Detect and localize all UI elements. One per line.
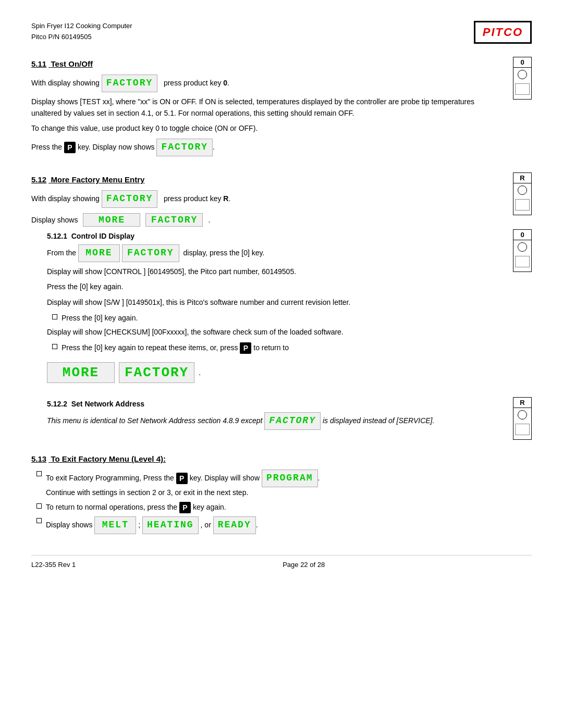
key-box-0-2: 0 <box>513 229 532 272</box>
s5121-bullet1: Press the [0] key again. <box>52 313 503 324</box>
bullet-sq-5 <box>36 518 42 523</box>
pitco-logo: PITCO <box>474 21 532 44</box>
s511-p4: Press the P key. Display now shows FACTO… <box>31 139 503 156</box>
key-circle-0-2 <box>518 242 527 252</box>
s512-p1: With display showing FACTORY press produ… <box>31 190 503 208</box>
bullet-sq-4 <box>36 503 42 509</box>
bullet-sq-3 <box>36 471 42 476</box>
section-512-title: 5.12 More Factory Menu Entry <box>31 175 503 184</box>
lcd-factory-2: FACTORY <box>156 139 213 156</box>
key-circle-r2 <box>518 410 527 419</box>
lcd-program: PROGRAM <box>262 470 318 487</box>
key-circle <box>518 70 527 79</box>
section-5121: 5.12.1 Control ID Display From the MORE … <box>47 232 532 392</box>
s5121-p5: Display will show [CHECKSUM] [00Fxxxxx],… <box>47 327 503 338</box>
key-rect-r2 <box>515 424 530 435</box>
key-rect <box>515 83 530 95</box>
s5121-p4: Display will show [S/W ] [0149501x], thi… <box>47 297 503 309</box>
s5122-p1: This menu is identical to Set Network Ad… <box>47 412 503 430</box>
p-key-2: P <box>240 342 251 354</box>
section-513-title: 5.13 To Exit Factory Menu (Level 4): <box>31 454 532 463</box>
s5121-p3: Press the [0] key again. <box>47 281 503 293</box>
s5121-bullet2: Press the [0] key again to repeat these … <box>52 342 503 354</box>
lcd-factory-1: FACTORY <box>102 75 158 92</box>
lcd-factory-large: FACTORY <box>119 362 194 383</box>
header-line1: Spin Fryer I12 Cooking Computer <box>31 21 132 32</box>
section-5122-title: 5.12.2 Set Network Address <box>47 400 503 408</box>
page-footer: L22-355 Rev 1 Page 22 of 28 <box>31 555 532 569</box>
s511-p3: To change this value, use product key 0 … <box>31 123 503 134</box>
page-header: Spin Fryer I12 Cooking Computer Pitco P/… <box>31 21 532 44</box>
p-key-3: P <box>176 473 188 484</box>
lcd-ready: READY <box>213 516 256 534</box>
s511-p2: Display shows [TEST xx], where "xx" is O… <box>31 96 503 119</box>
s5121-p2: Display will show [CONTROL ] [60149505],… <box>47 266 503 278</box>
section-511: 5.11 Test On/Off With display showing FA… <box>31 59 532 161</box>
lcd-more-large: MORE <box>47 362 115 383</box>
p-key-1: P <box>64 142 76 153</box>
lcd-factory-5: FACTORY <box>122 244 179 262</box>
key-rect-0-2 <box>515 256 530 267</box>
bullet-sq-2 <box>52 344 57 349</box>
key-box-r-1: R <box>513 172 532 215</box>
section-513: 5.13 To Exit Factory Menu (Level 4): To … <box>31 454 532 534</box>
s511-p1: With display showing FACTORY press produ… <box>31 75 503 92</box>
key-box-0: 0 <box>513 57 532 100</box>
key-label-r-1: R <box>513 173 531 183</box>
section-512: 5.12 More Factory Menu Entry With displa… <box>31 175 532 440</box>
lcd-factory-3: FACTORY <box>102 190 158 208</box>
lcd-factory-6: FACTORY <box>264 412 321 430</box>
section-5122: 5.12.2 Set Network Address This menu is … <box>47 400 532 440</box>
lcd-melt: MELT <box>94 516 136 534</box>
lcd-more-2: MORE <box>78 244 120 262</box>
logo-text: PITCO <box>483 26 523 39</box>
s513-bullet3: Display shows MELT ; HEATING , or READY. <box>36 516 532 534</box>
section-511-title: 5.11 Test On/Off <box>31 59 503 68</box>
key-circle-r1 <box>518 186 527 195</box>
header-text: Spin Fryer I12 Cooking Computer Pitco P/… <box>31 21 132 43</box>
footer-left: L22-355 Rev 1 <box>31 561 76 569</box>
lcd-heating: HEATING <box>142 516 199 534</box>
lcd-more: MORE <box>83 213 140 227</box>
key-label-0-2: 0 <box>513 230 531 240</box>
s512-display-row: Display shows MORE FACTORY. <box>31 213 503 227</box>
key-label-r-2: R <box>513 398 531 408</box>
bullet-sq-1 <box>52 314 57 319</box>
s513-bullet2: To return to normal operations, press th… <box>36 502 532 513</box>
s5121-p1: From the MORE FACTORY display, press the… <box>47 244 503 262</box>
lcd-factory-4: FACTORY <box>145 213 203 227</box>
more-factory-large: MORE FACTORY . <box>47 362 503 383</box>
section-5121-title: 5.12.1 Control ID Display <box>47 232 503 240</box>
s513-bullet1: To exit Factory Programming, Press the P… <box>36 470 532 499</box>
header-line2: Pitco P/N 60149505 <box>31 32 132 43</box>
key-box-r-2: R <box>513 397 532 440</box>
key-label-0: 0 <box>513 57 531 68</box>
footer-center: Page 22 of 28 <box>283 561 325 569</box>
p-key-4: P <box>179 502 191 513</box>
key-rect-r1 <box>515 199 530 211</box>
